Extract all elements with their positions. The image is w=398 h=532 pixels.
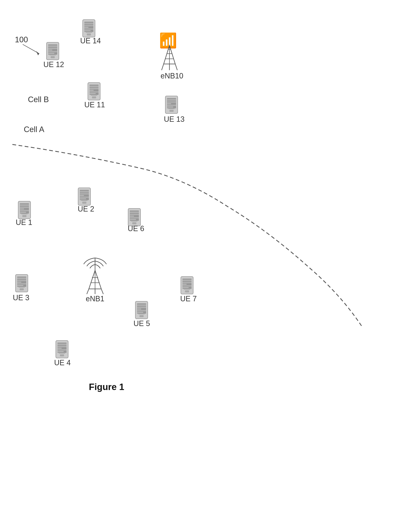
svg-rect-80 bbox=[17, 285, 23, 286]
svg-rect-69 bbox=[130, 216, 134, 217]
svg-text:Cell B: Cell B bbox=[28, 95, 49, 104]
svg-rect-91 bbox=[139, 315, 144, 317]
svg-rect-52 bbox=[20, 210, 29, 211]
svg-rect-37 bbox=[167, 98, 176, 108]
svg-rect-78 bbox=[17, 282, 21, 283]
svg-text:UE 6: UE 6 bbox=[128, 224, 144, 233]
svg-rect-104 bbox=[183, 284, 187, 285]
svg-marker-82 bbox=[89, 270, 101, 289]
svg-rect-49 bbox=[20, 204, 29, 206]
svg-rect-51 bbox=[20, 209, 24, 209]
diagram: 📶 bbox=[0, 0, 398, 532]
svg-line-87 bbox=[101, 289, 103, 294]
svg-text:UE 2: UE 2 bbox=[78, 205, 94, 213]
svg-text:eNB10: eNB10 bbox=[161, 72, 183, 80]
svg-rect-115 bbox=[58, 351, 64, 352]
svg-rect-103 bbox=[183, 282, 192, 283]
svg-rect-40 bbox=[167, 99, 176, 101]
svg-rect-55 bbox=[80, 190, 89, 200]
svg-rect-71 bbox=[130, 219, 136, 220]
svg-rect-73 bbox=[17, 277, 26, 287]
svg-rect-100 bbox=[185, 290, 189, 292]
svg-line-24 bbox=[162, 64, 164, 70]
svg-text:UE 4: UE 4 bbox=[54, 358, 71, 367]
svg-rect-13 bbox=[48, 45, 57, 47]
svg-rect-67 bbox=[130, 211, 139, 213]
svg-rect-53 bbox=[20, 212, 26, 213]
svg-rect-99 bbox=[183, 279, 192, 289]
svg-rect-58 bbox=[80, 191, 89, 193]
svg-rect-109 bbox=[60, 354, 64, 356]
svg-line-25 bbox=[175, 64, 177, 70]
svg-marker-19 bbox=[164, 45, 175, 64]
svg-rect-43 bbox=[167, 105, 176, 106]
svg-rect-41 bbox=[167, 101, 176, 102]
svg-rect-105 bbox=[183, 285, 192, 286]
svg-rect-108 bbox=[58, 342, 66, 353]
svg-text:eNB1: eNB1 bbox=[86, 294, 104, 303]
svg-rect-38 bbox=[170, 110, 174, 112]
svg-rect-113 bbox=[58, 348, 62, 349]
svg-text:📶: 📶 bbox=[159, 32, 177, 49]
svg-rect-46 bbox=[20, 203, 29, 214]
svg-rect-42 bbox=[167, 103, 171, 104]
svg-rect-31 bbox=[90, 86, 98, 87]
svg-text:Figure 1: Figure 1 bbox=[89, 382, 124, 392]
svg-rect-27 bbox=[88, 82, 100, 100]
svg-marker-118 bbox=[36, 51, 39, 55]
svg-rect-7 bbox=[84, 28, 93, 30]
svg-line-86 bbox=[87, 289, 89, 294]
svg-rect-61 bbox=[80, 197, 89, 198]
svg-text:100: 100 bbox=[15, 35, 28, 44]
svg-rect-50 bbox=[20, 207, 29, 208]
svg-text:UE 13: UE 13 bbox=[164, 115, 184, 123]
svg-rect-54 bbox=[78, 188, 91, 205]
svg-rect-94 bbox=[137, 307, 146, 308]
svg-rect-77 bbox=[17, 280, 26, 281]
svg-rect-62 bbox=[80, 198, 86, 199]
svg-rect-74 bbox=[20, 288, 24, 290]
svg-rect-6 bbox=[84, 27, 88, 28]
svg-rect-90 bbox=[137, 303, 146, 314]
svg-rect-106 bbox=[183, 287, 189, 288]
svg-rect-28 bbox=[90, 85, 98, 95]
svg-rect-60 bbox=[80, 195, 84, 196]
svg-rect-93 bbox=[137, 304, 146, 306]
svg-rect-64 bbox=[130, 210, 139, 221]
svg-rect-56 bbox=[82, 202, 86, 204]
svg-rect-95 bbox=[137, 309, 141, 310]
svg-rect-16 bbox=[48, 51, 57, 52]
svg-rect-47 bbox=[22, 215, 26, 217]
svg-text:UE 14: UE 14 bbox=[80, 37, 101, 45]
svg-rect-9 bbox=[46, 42, 59, 60]
svg-rect-8 bbox=[84, 30, 91, 31]
svg-text:UE 11: UE 11 bbox=[84, 101, 105, 109]
svg-rect-10 bbox=[48, 44, 57, 55]
svg-rect-15 bbox=[48, 50, 52, 51]
svg-rect-34 bbox=[90, 91, 98, 92]
svg-rect-97 bbox=[137, 312, 143, 313]
svg-rect-5 bbox=[84, 25, 93, 26]
svg-rect-76 bbox=[17, 278, 26, 279]
svg-rect-4 bbox=[84, 23, 93, 24]
svg-rect-45 bbox=[18, 201, 31, 219]
svg-rect-0 bbox=[83, 20, 95, 37]
svg-rect-96 bbox=[137, 310, 146, 311]
svg-text:Cell A: Cell A bbox=[24, 125, 45, 134]
svg-rect-63 bbox=[128, 209, 141, 226]
svg-rect-114 bbox=[58, 349, 66, 350]
svg-rect-70 bbox=[130, 217, 139, 218]
svg-rect-36 bbox=[165, 96, 178, 114]
svg-line-117 bbox=[23, 44, 39, 54]
svg-rect-111 bbox=[58, 344, 66, 345]
svg-text:UE 7: UE 7 bbox=[180, 294, 197, 303]
svg-rect-1 bbox=[84, 22, 93, 32]
svg-rect-14 bbox=[48, 48, 57, 49]
svg-rect-72 bbox=[15, 274, 28, 292]
svg-text:UE 12: UE 12 bbox=[43, 60, 64, 69]
svg-rect-102 bbox=[183, 280, 192, 281]
svg-rect-2 bbox=[87, 33, 91, 36]
svg-rect-35 bbox=[90, 93, 96, 94]
svg-rect-68 bbox=[130, 214, 139, 215]
svg-rect-79 bbox=[17, 283, 26, 284]
